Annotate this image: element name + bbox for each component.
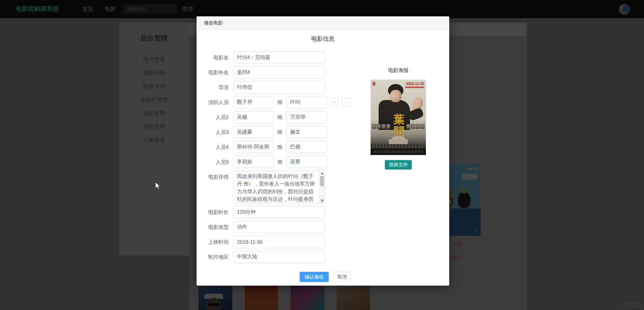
field-label: 演职人员	[199, 96, 229, 108]
field-label: 电影外名	[199, 66, 229, 79]
choose-file-button[interactable]: 选择文件	[385, 160, 412, 170]
cast-as-label: 饰	[277, 96, 283, 108]
screen: 电影院购票系统 首页 电影 管理 后台管理 用户管理 电影管理 影院管理 放映厅…	[0, 0, 644, 310]
watermark-glyph-box	[633, 303, 637, 308]
remove-cast-button[interactable]: -	[342, 98, 350, 106]
field-label: 上映时间	[199, 236, 229, 248]
form-row-release: 上映时间	[199, 236, 449, 248]
cast-as-label: 饰	[277, 111, 283, 123]
detail-textarea-wrap: 因故来到美国唐人街的叶问（甄子丹 饰），意外卷入一场当地军方势力与华人武馆的纠纷…	[233, 171, 325, 203]
cancel-button[interactable]: 取消	[334, 272, 351, 282]
resize-grip-icon[interactable]	[320, 199, 324, 203]
poster-release-date: 2019.12.20	[406, 82, 424, 86]
add-cast-button[interactable]: +	[331, 98, 339, 106]
role-input[interactable]	[286, 156, 327, 168]
cast-photo-strip	[406, 124, 424, 129]
credits-bar-shape	[371, 148, 426, 155]
movie-detail-textarea[interactable]: 因故来到美国唐人街的叶问（甄子丹 饰），意外卷入一场当地军方势力与华人武馆的纠纷…	[233, 171, 325, 203]
poster-panel: 电影海报 2019.12.20 葉問 4	[371, 67, 426, 170]
modal-title: 修改电影	[197, 16, 449, 29]
watermark-text: IT	[622, 302, 627, 308]
form-row-genre: 电影类型	[199, 221, 449, 233]
movie-poster-preview: 2019.12.20 葉問 4	[371, 80, 426, 155]
field-label: 电影详情	[199, 171, 229, 183]
movie-alias-input[interactable]	[233, 66, 325, 79]
role-input[interactable]	[286, 96, 327, 108]
role-input[interactable]	[286, 111, 327, 123]
figure-face-shape	[390, 90, 402, 102]
scrollbar-thumb[interactable]	[320, 176, 324, 186]
actor-input[interactable]	[233, 111, 274, 123]
cast-as-label: 饰	[277, 126, 283, 138]
field-label: 电影名	[199, 51, 229, 64]
region-input[interactable]	[233, 251, 325, 263]
release-date-input[interactable]	[233, 236, 325, 248]
form-row-name: 电影名	[199, 51, 449, 64]
festival-seal-shape	[372, 82, 375, 86]
field-label: 人员5	[199, 156, 229, 168]
field-label: 电影时长	[199, 206, 229, 218]
movie-name-input[interactable]	[233, 51, 325, 64]
actor-input[interactable]	[233, 126, 274, 138]
mouse-cursor-icon	[155, 182, 162, 190]
actor-input[interactable]	[233, 156, 274, 168]
poster-tagline-shape	[405, 87, 424, 88]
scroll-up-icon[interactable]	[319, 171, 325, 176]
crowd-strip-shape	[371, 144, 426, 148]
cast-as-label: 饰	[277, 141, 283, 153]
form-row-duration: 电影时长	[199, 206, 449, 218]
director-input[interactable]	[233, 81, 325, 94]
duration-input[interactable]	[233, 206, 325, 218]
watermark-glyph-box	[637, 303, 641, 308]
cast-photo-strip	[372, 124, 390, 129]
field-label: 人员4	[199, 141, 229, 153]
modal-actions: 确认修改 取消	[300, 272, 449, 282]
genre-input[interactable]	[233, 221, 325, 233]
watermark-glyph-box	[628, 303, 632, 308]
field-label: 制片地区	[199, 251, 229, 263]
actor-input[interactable]	[233, 96, 274, 108]
field-label: 人员3	[199, 126, 229, 138]
field-label: 人员2	[199, 111, 229, 123]
poster-panel-label: 电影海报	[371, 67, 426, 74]
role-input[interactable]	[286, 126, 327, 138]
video-watermark: IT	[622, 302, 641, 308]
modal-section-title: 电影信息	[197, 35, 449, 43]
role-input[interactable]	[286, 141, 327, 153]
field-label: 导演	[199, 81, 229, 94]
cast-as-label: 饰	[277, 156, 283, 168]
poster-calligraphy-title: 葉問	[392, 113, 406, 139]
confirm-edit-button[interactable]: 确认修改	[300, 272, 329, 282]
form-row-region: 制片地区	[199, 251, 449, 263]
textarea-scrollbar[interactable]	[319, 171, 324, 203]
edit-movie-modal: 修改电影 电影信息 电影名 电影外名 导演 演职人员 饰 + -	[197, 16, 449, 286]
field-label: 电影类型	[199, 221, 229, 233]
actor-input[interactable]	[233, 141, 274, 153]
form-row-detail: 电影详情 因故来到美国唐人街的叶问（甄子丹 饰），意外卷入一场当地军方势力与华人…	[199, 171, 449, 203]
